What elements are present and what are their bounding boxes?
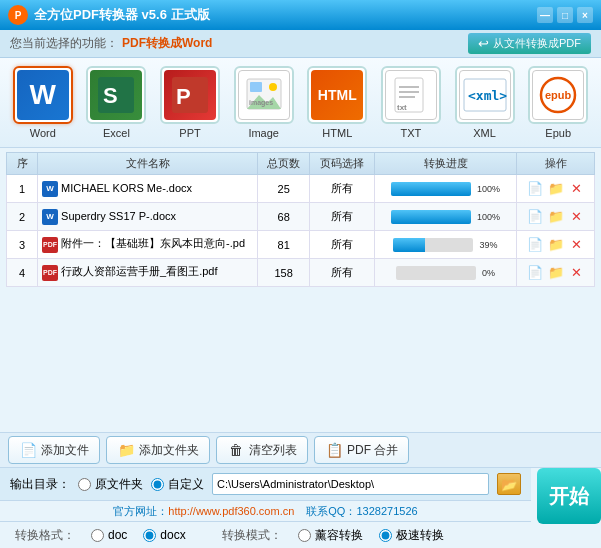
- clear-list-button[interactable]: 🗑 清空列表: [216, 436, 308, 464]
- start-button[interactable]: 开始: [537, 468, 601, 524]
- radio-original-input[interactable]: [78, 478, 91, 491]
- tool-word-box[interactable]: W: [13, 66, 73, 124]
- radio-original-label[interactable]: 原文件夹: [95, 476, 143, 493]
- clear-list-label: 清空列表: [249, 442, 297, 459]
- radio-fast: 极速转换: [379, 527, 444, 544]
- add-file-button[interactable]: 📄 添加文件: [8, 436, 100, 464]
- close-button[interactable]: ×: [577, 7, 593, 23]
- progress-bar-container: [396, 266, 476, 280]
- cell-filename: PDF附件一：【基础班】东风本田意向-.pd: [38, 231, 258, 259]
- tool-xml-box[interactable]: <xml>: [455, 66, 515, 124]
- progress-bar: [393, 238, 424, 252]
- html-icon: HTML: [311, 70, 363, 120]
- tool-xml-label: XML: [473, 127, 496, 139]
- action-delete-btn[interactable]: ✕: [569, 181, 585, 197]
- add-folder-label: 添加文件夹: [139, 442, 199, 459]
- radio-smooth-label[interactable]: 薰容转换: [315, 527, 363, 544]
- radio-doc: doc: [91, 528, 127, 542]
- title-bar: P 全方位PDF转换器 v5.6 正式版 — □ ×: [0, 0, 601, 30]
- cell-page-select: 所有: [310, 203, 375, 231]
- col-pages: 总页数: [258, 153, 310, 175]
- svg-text:P: P: [176, 84, 191, 109]
- tool-html[interactable]: HTML HTML: [305, 66, 371, 139]
- progress-text: 39%: [480, 240, 498, 250]
- radio-docx: docx: [143, 528, 185, 542]
- svg-rect-5: [250, 82, 262, 92]
- radio-fast-input[interactable]: [379, 529, 392, 542]
- svg-text:epub: epub: [545, 89, 572, 101]
- add-file-label: 添加文件: [41, 442, 89, 459]
- tool-txt-box[interactable]: txt: [381, 66, 441, 124]
- action-delete-btn[interactable]: ✕: [569, 237, 585, 253]
- action-delete-btn[interactable]: ✕: [569, 209, 585, 225]
- tool-ppt[interactable]: P PPT: [157, 66, 223, 139]
- minimize-button[interactable]: —: [537, 7, 553, 23]
- reverse-button[interactable]: 从文件转换成PDF: [468, 33, 591, 54]
- svg-text:images: images: [249, 99, 273, 107]
- add-folder-button[interactable]: 📁 添加文件夹: [106, 436, 210, 464]
- tool-xml[interactable]: <xml> XML: [452, 66, 518, 139]
- bottom-toolbar: 📄 添加文件 📁 添加文件夹 🗑 清空列表 📋 PDF 合并: [0, 432, 601, 468]
- action-folder-btn[interactable]: 📁: [548, 181, 564, 197]
- icon-toolbar: W Word S Excel P: [0, 58, 601, 148]
- output-dir-row: 输出目录： 原文件夹 自定义 📂: [0, 468, 531, 500]
- tool-txt-label: TXT: [401, 127, 422, 139]
- func-label: 您当前选择的功能：: [10, 35, 118, 52]
- browse-folder-button[interactable]: 📂: [497, 473, 521, 495]
- col-filename: 文件名称: [38, 153, 258, 175]
- cell-pages: 68: [258, 203, 310, 231]
- action-folder-btn[interactable]: 📁: [548, 209, 564, 225]
- radio-doc-input[interactable]: [91, 529, 104, 542]
- svg-text:S: S: [103, 83, 118, 108]
- app-title: 全方位PDF转换器 v5.6 正式版: [34, 6, 537, 24]
- radio-fast-label[interactable]: 极速转换: [396, 527, 444, 544]
- action-open-btn[interactable]: 📄: [527, 181, 543, 197]
- radio-custom-input[interactable]: [151, 478, 164, 491]
- tool-ppt-box[interactable]: P: [160, 66, 220, 124]
- pdf-merge-icon: 📋: [325, 441, 343, 459]
- maximize-button[interactable]: □: [557, 7, 573, 23]
- action-open-btn[interactable]: 📄: [527, 237, 543, 253]
- tool-epub[interactable]: epub Epub: [525, 66, 591, 139]
- action-folder-btn[interactable]: 📁: [548, 237, 564, 253]
- action-open-btn[interactable]: 📄: [527, 209, 543, 225]
- tool-word[interactable]: W Word: [10, 66, 76, 139]
- pdf-merge-button[interactable]: 📋 PDF 合并: [314, 436, 409, 464]
- output-label: 输出目录：: [10, 476, 70, 493]
- website-url[interactable]: http://www.pdf360.com.cn: [168, 505, 294, 517]
- tool-excel-box[interactable]: S: [86, 66, 146, 124]
- output-path-input[interactable]: [212, 473, 489, 495]
- action-folder-btn[interactable]: 📁: [548, 265, 564, 281]
- cell-actions: 📄 📁 ✕: [517, 259, 595, 287]
- tool-image[interactable]: images Image: [231, 66, 297, 139]
- pdf-file-icon: PDF: [42, 237, 58, 253]
- cell-num: 3: [7, 231, 38, 259]
- radio-docx-label[interactable]: docx: [160, 528, 185, 542]
- format-bar: 转换格式： doc docx 转换模式： 薰容转换 极速转换: [0, 522, 531, 548]
- epub-icon: epub: [532, 70, 584, 120]
- radio-custom: 自定义: [151, 476, 204, 493]
- top-bar: 您当前选择的功能： PDF转换成Word 从文件转换成PDF: [0, 30, 601, 58]
- action-open-btn[interactable]: 📄: [527, 265, 543, 281]
- tool-image-box[interactable]: images: [234, 66, 294, 124]
- tool-excel[interactable]: S Excel: [84, 66, 150, 139]
- radio-docx-input[interactable]: [143, 529, 156, 542]
- tool-epub-box[interactable]: epub: [528, 66, 588, 124]
- col-page-select: 页码选择: [310, 153, 375, 175]
- progress-bar-container: [393, 238, 473, 252]
- tool-txt[interactable]: txt TXT: [378, 66, 444, 139]
- website-bar: 官方网址： http://www.pdf360.com.cn 联系QQ： 132…: [0, 500, 531, 522]
- word-file-icon: W: [42, 209, 58, 225]
- cell-num: 1: [7, 175, 38, 203]
- cell-num: 2: [7, 203, 38, 231]
- ppt-icon: P: [164, 70, 216, 120]
- cell-actions: 📄 📁 ✕: [517, 175, 595, 203]
- action-delete-btn[interactable]: ✕: [569, 265, 585, 281]
- image-icon: images: [238, 70, 290, 120]
- radio-custom-label[interactable]: 自定义: [168, 476, 204, 493]
- radio-smooth-input[interactable]: [298, 529, 311, 542]
- tool-html-box[interactable]: HTML: [307, 66, 367, 124]
- radio-doc-label[interactable]: doc: [108, 528, 127, 542]
- pdf-merge-label: PDF 合并: [347, 442, 398, 459]
- cell-progress: 0%: [374, 259, 516, 287]
